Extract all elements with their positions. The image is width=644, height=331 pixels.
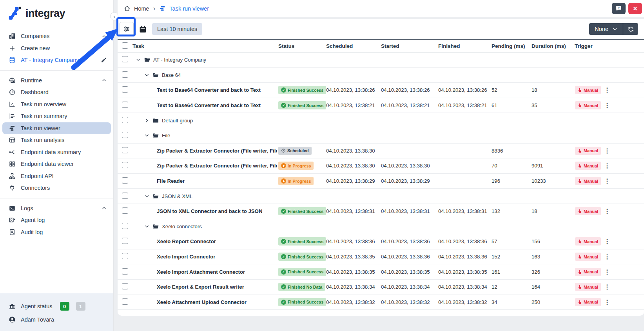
row-checkbox[interactable] [122, 86, 128, 93]
edit-icon[interactable] [101, 57, 107, 63]
content-card: Last 10 minutes None Task Status Schedul… [118, 19, 644, 316]
sidebar-item-task-run-viewer[interactable]: Task run viewer [2, 122, 111, 135]
clock-icon [281, 148, 286, 153]
row-checkbox[interactable] [122, 117, 128, 123]
time-range-chip[interactable]: Last 10 minutes [152, 23, 202, 35]
runtime-icon [9, 77, 16, 84]
row-menu-kebab-icon[interactable]: ⋮ [601, 162, 613, 169]
breadcrumb-home-link[interactable]: Home [134, 5, 149, 12]
row-checkbox[interactable] [122, 207, 128, 214]
chevron-up-icon[interactable] [101, 77, 107, 83]
column-header-trigger[interactable]: Trigger [575, 43, 601, 49]
chevron-up-icon[interactable] [101, 33, 107, 39]
calendar-button[interactable] [139, 25, 147, 33]
duration-ms: 163 [532, 254, 575, 260]
row-menu-kebab-icon[interactable]: ⋮ [601, 177, 613, 185]
chevron-down-icon[interactable] [144, 72, 150, 78]
row-menu-kebab-icon[interactable]: ⋮ [601, 207, 613, 215]
chevron-down-icon[interactable] [144, 224, 150, 229]
row-checkbox[interactable] [122, 283, 128, 289]
chevron-down-icon[interactable] [144, 193, 150, 199]
column-header-duration[interactable]: Duration (ms) [532, 43, 575, 49]
close-button[interactable]: × [628, 3, 642, 14]
row-checkbox[interactable] [122, 71, 128, 78]
started-time: 04.10.2023, 13:38:21 [381, 102, 438, 108]
breadcrumb-current[interactable]: Task run viewer [169, 5, 209, 12]
filter-settings-button[interactable] [120, 22, 134, 36]
sidebar-item-agent-log[interactable]: Agent log [2, 214, 111, 226]
row-checkbox[interactable] [122, 238, 128, 244]
row-checkbox[interactable] [122, 193, 128, 199]
row-checkbox[interactable] [122, 102, 128, 108]
row-checkbox[interactable] [122, 298, 128, 305]
sidebar-item-endpoint-data-summary[interactable]: Endpoint data summary [2, 146, 111, 158]
row-menu-kebab-icon[interactable]: ⋮ [601, 283, 613, 291]
column-header-finished[interactable]: Finished [438, 43, 492, 49]
row-menu-kebab-icon[interactable]: ⋮ [601, 102, 613, 109]
status-badge: ✓Finished Success [278, 237, 326, 246]
sidebar-item-task-run-analysis[interactable]: Task run analysis [2, 134, 111, 146]
divider [0, 70, 113, 71]
check-icon: ✓ [281, 300, 286, 305]
duration-ms: 18 [532, 87, 575, 93]
row-checkbox[interactable] [122, 147, 128, 153]
sidebar-item-endpoint-data-viewer[interactable]: Endpoint data viewer [2, 158, 111, 170]
row-menu-kebab-icon[interactable]: ⋮ [601, 86, 613, 94]
row-menu-kebab-icon[interactable]: ⋮ [601, 253, 613, 260]
chevron-down-icon[interactable] [135, 57, 141, 63]
help-button[interactable]: ? [612, 3, 626, 14]
sidebar-item-logs[interactable]: Logs [2, 202, 111, 215]
task-name[interactable]: File Reader [157, 178, 185, 184]
task-name[interactable]: Xeelo Export & Export Result writer [157, 284, 244, 290]
table-row-task: Zip Packer & Extractor Connector (File w… [118, 158, 644, 174]
task-name[interactable]: Xeelo Report Connector [157, 238, 216, 244]
sidebar-collapse-button[interactable]: ‹ [110, 12, 118, 20]
column-header-task[interactable]: Task [132, 43, 278, 49]
task-name[interactable]: Text to Base64 Converter and back to Tex… [157, 102, 261, 108]
task-name[interactable]: Xeelo Import Attachment Connector [157, 269, 245, 275]
sidebar-item-runtime[interactable]: Runtime [2, 75, 111, 87]
sidebar-item-create-new[interactable]: Create new [2, 42, 111, 55]
task-name[interactable]: Xeelo Attachment Upload Connector [157, 299, 247, 305]
task-name[interactable]: Text to Base64 Converter and back to Tex… [157, 87, 261, 93]
row-checkbox[interactable] [122, 223, 128, 229]
sidebar-item-companies[interactable]: Companies [2, 30, 111, 42]
row-checkbox[interactable] [122, 268, 128, 275]
task-name[interactable]: Xeelo Import Connector [157, 254, 215, 260]
row-menu-kebab-icon[interactable]: ⋮ [601, 298, 613, 306]
task-name[interactable]: Zip Packer & Extractor Connector (File w… [157, 163, 277, 169]
chevron-down-icon[interactable] [144, 133, 150, 138]
sidebar-item-audit-log[interactable]: Audit log [2, 226, 111, 238]
row-checkbox[interactable] [122, 132, 128, 138]
started-time: 04.10.2023, 13:38:30 [381, 163, 438, 169]
sidebar-item-task-run-overview[interactable]: Task run overview [2, 98, 111, 111]
row-checkbox[interactable] [122, 177, 128, 184]
agent-status-row[interactable]: Agent status 0 1 [0, 300, 113, 313]
refresh-button[interactable] [623, 23, 638, 35]
chevron-up-icon[interactable] [101, 205, 107, 211]
table-row-task: Zip Packer & Extractor Connector (File w… [118, 144, 644, 159]
table-row-group: Base 64 [118, 68, 644, 83]
row-menu-kebab-icon[interactable]: ⋮ [601, 147, 613, 155]
table-row-task: Xeelo Import Attachment Connector ✓Finis… [118, 264, 644, 280]
row-checkbox[interactable] [122, 253, 128, 259]
column-header-started[interactable]: Started [381, 43, 438, 49]
column-header-scheduled[interactable]: Scheduled [326, 43, 381, 49]
sidebar-item-dashboard[interactable]: Dashboard [2, 86, 111, 98]
sidebar-item-endpoint-api[interactable]: Endpoint API [2, 170, 111, 182]
sidebar-item-task-run-summary[interactable]: Task run summary [2, 110, 111, 122]
sidebar-item-connectors[interactable]: Connectors [2, 182, 111, 194]
row-checkbox[interactable] [122, 56, 128, 62]
select-all-checkbox[interactable] [122, 42, 128, 49]
chevron-right-icon[interactable] [144, 118, 150, 124]
task-name[interactable]: Zip Packer & Extractor Connector (File w… [157, 148, 277, 154]
group-by-dropdown[interactable]: None [589, 23, 623, 35]
row-menu-kebab-icon[interactable]: ⋮ [601, 238, 613, 245]
sidebar-item-at-integray-company[interactable]: AT - Integray Company [2, 54, 111, 66]
user-menu[interactable]: Adam Tovara [0, 313, 113, 326]
task-name[interactable]: JSON to XML Connector and back to JSON [157, 208, 262, 214]
column-header-pending[interactable]: Pending (ms) [492, 43, 532, 49]
row-menu-kebab-icon[interactable]: ⋮ [601, 268, 613, 276]
column-header-status[interactable]: Status [278, 43, 326, 49]
row-checkbox[interactable] [122, 162, 128, 168]
